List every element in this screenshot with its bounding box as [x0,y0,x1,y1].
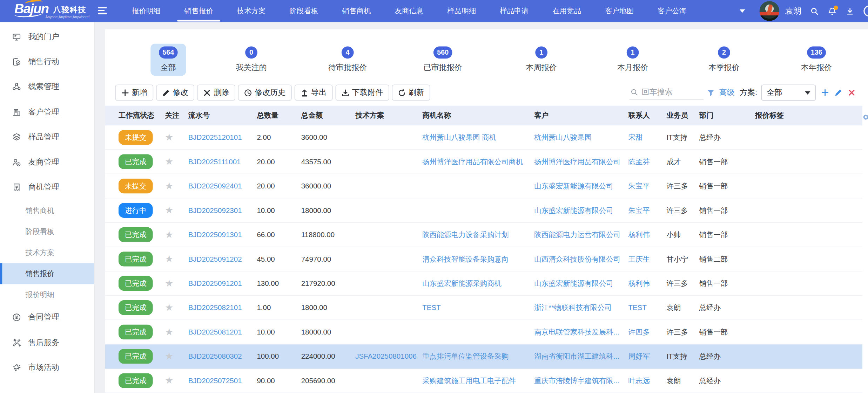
stat-item[interactable]: 1本周报价 [524,44,559,76]
table-row[interactable]: 已完成★BJD202509130166.00118800.00陕西能源电力设备采… [105,223,862,247]
serial-link[interactable]: BJD2025091301 [188,230,257,239]
serial-link[interactable]: BJD2025120101 [188,133,257,142]
customer-link[interactable]: 浙江**物联科技有限公司 [534,303,628,312]
stat-item[interactable]: 560已审批报价 [423,44,462,76]
customer-link[interactable]: 陕西能源电力运营有限公司 [534,230,628,240]
star-icon[interactable]: ★ [165,279,173,288]
stat-item[interactable]: 564全部 [150,44,186,76]
column-header[interactable]: 流水号 [188,111,257,120]
opportunity-link[interactable]: 清众科技智能设备采购意向 [422,254,534,264]
customer-link[interactable]: 扬州博洋医疗用品有限公司 [534,157,628,166]
table-row[interactable]: 已完成★BJD202509120245.0074970.00清众科技智能设备采购… [105,247,862,271]
top-nav-item[interactable]: 报价明细 [124,0,168,22]
table-row[interactable]: 未提交★BJD20251201012.003600.00杭州萧山八骏果园 商机杭… [105,125,862,150]
contact-link[interactable]: TEST [628,304,666,312]
contact-link[interactable]: 王庆生 [628,254,666,264]
sidebar-subitem[interactable]: 技术方案 [0,242,94,263]
star-icon[interactable]: ★ [165,376,173,385]
top-nav-item[interactable]: 样品申请 [492,0,536,22]
修改历史-button[interactable]: 修改历史 [238,84,292,101]
scheme-select[interactable]: 全部 [761,84,816,101]
contact-link[interactable]: 朱宝平 [628,205,666,215]
column-header[interactable]: 商机名称 [422,111,534,120]
stat-item[interactable]: 1本月报价 [615,44,651,76]
contact-link[interactable]: 周妤军 [628,351,666,361]
sidebar-item[interactable]: 销售行动 [0,49,94,75]
serial-link[interactable]: BJD2025091201 [188,279,257,288]
advanced-search-link[interactable]: 高级 [719,88,735,97]
search-input[interactable]: 回车搜索 [630,85,704,100]
contact-link[interactable]: 朱宝平 [628,181,666,191]
customer-link[interactable]: 湖南省衡阳市湖工建筑科... [534,351,628,361]
sidebar-item[interactable]: 售后服务 [0,330,94,356]
sidebar-item[interactable]: 商机管理 [0,175,94,200]
column-header[interactable]: 客户 [534,111,628,120]
top-nav-item[interactable]: 阶段看板 [282,0,326,22]
customer-link[interactable]: 山东盛宏新能源有限公司 [534,205,628,215]
add-scheme-icon[interactable] [821,89,829,97]
serial-link[interactable]: BJD2025082101 [188,304,257,312]
table-row[interactable]: 已完成★BJD2025080302100.00224000.00JSFA2025… [105,344,862,368]
avatar[interactable] [760,1,780,21]
top-nav-item[interactable]: 友商信息 [387,0,431,22]
stat-item[interactable]: 2本季报价 [706,44,742,76]
sidebar-subitem[interactable]: 销售商机 [0,200,94,221]
stat-item[interactable]: 136本年报价 [799,44,834,76]
contact-link[interactable]: 陈孟芬 [628,157,666,166]
column-header[interactable]: 总数量 [257,111,301,120]
serial-link[interactable]: BJD2025092301 [188,206,257,215]
search-icon[interactable] [810,7,819,15]
star-icon[interactable]: ★ [165,133,173,142]
table-row[interactable]: 已完成★BJD2025091201130.00217920.00山东盛宏新能源采… [105,271,862,296]
opportunity-link[interactable]: TEST [422,304,534,312]
opportunity-link[interactable]: 扬州博洋医疗用品有限公司商机 [422,157,534,166]
customer-link[interactable]: 南京电联管家科技发展科... [534,327,628,337]
table-row[interactable]: 已完成★BJD202507250190.00205690.00采购建筑施工用电工… [105,369,862,393]
sidebar-subitem[interactable]: 阶段看板 [0,221,94,242]
contact-link[interactable]: 许四多 [628,327,666,337]
serial-link[interactable]: BJD2025091202 [188,255,257,263]
download-icon[interactable] [846,7,854,15]
刷新-button[interactable]: 刷新 [392,84,430,101]
sidebar-item[interactable]: 我的门户 [0,24,94,49]
table-row[interactable]: 已完成★BJD202511100120.0043575.00扬州博洋医疗用品有限… [105,150,862,174]
tech-link[interactable]: JSFA20250801006 [355,352,422,360]
sidebar-item[interactable]: 市场活动 [0,355,94,380]
serial-link[interactable]: BJD2025081201 [188,328,257,336]
table-row[interactable]: 已完成★BJD202508120110.0018000.00南京电联管家科技发展… [105,320,862,344]
top-nav-item[interactable]: 样品明细 [439,0,484,22]
star-icon[interactable]: ★ [165,352,173,361]
serial-link[interactable]: BJD2025092401 [188,182,257,190]
customer-link[interactable]: 杭州萧山八骏果园 [534,132,628,142]
contact-link[interactable]: 叶志远 [628,376,666,386]
column-header[interactable]: 工作流状态 [119,111,165,120]
opportunity-link[interactable]: 采购建筑施工用电工电子配件 [422,376,534,386]
opportunity-link[interactable]: 重点排污单位监管设备采购 [422,351,534,361]
opportunity-link[interactable]: 陕西能源电力设备采购计划 [422,230,534,240]
top-nav-item[interactable]: 客户地图 [597,0,641,22]
opportunity-link[interactable]: 杭州萧山八骏果园 商机 [422,132,534,142]
nav-more-caret-icon[interactable] [740,9,745,13]
star-icon[interactable]: ★ [165,230,173,240]
stat-item[interactable]: 4待审批报价 [328,44,367,76]
column-header[interactable]: 技术方案 [355,111,422,120]
stat-item[interactable]: 0我关注的 [234,44,269,76]
star-icon[interactable]: ★ [165,254,173,264]
top-nav-item[interactable]: 销售报价 [177,0,221,22]
table-row[interactable]: 未提交★BJD202509240120.0036000.00山东盛宏新能源有限公… [105,174,862,198]
sidebar-item[interactable]: 样品管理 [0,125,94,150]
修改-button[interactable]: 修改 [156,84,194,101]
导出-button[interactable]: 导出 [295,84,333,101]
customer-link[interactable]: 重庆市涪陵博宇建筑有限... [534,376,628,386]
top-nav-item[interactable]: 在用竞品 [545,0,589,22]
star-icon[interactable]: ★ [165,181,173,191]
brand-logo[interactable]: Bajun 八骏科技 Anyone,Anytime,Anywhere! [0,0,99,22]
delete-scheme-icon[interactable] [848,89,856,97]
table-row[interactable]: 已完成★BJD20250821011.001800.00TEST浙江**物联科技… [105,296,862,320]
sidebar-subitem[interactable]: 报价明细 [0,284,94,305]
customer-link[interactable]: 山东盛宏新能源有限公司 [534,181,628,191]
column-header[interactable]: 部门 [699,111,755,120]
table-row[interactable]: 进行中★BJD202509230110.0018000.00山东盛宏新能源有限公… [105,199,862,223]
sidebar-item[interactable]: 合同管理 [0,305,94,330]
star-icon[interactable]: ★ [165,206,173,215]
